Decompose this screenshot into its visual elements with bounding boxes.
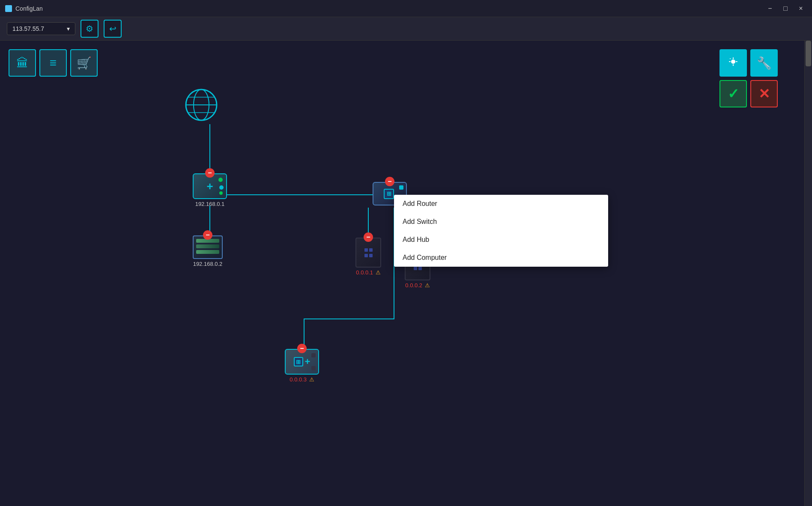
computer-node-1[interactable]: − 0.0.0.1 ⚠ [355, 238, 381, 276]
comp2-label: 0.0.0.2 ⚠ [405, 282, 430, 289]
router-node-1[interactable]: − + 192.168.0.1 [193, 173, 227, 207]
close-button[interactable]: × [795, 3, 807, 15]
add-router-menuitem[interactable]: Add Router [394, 195, 608, 213]
context-menu: Add Router Add Switch Add Hub Add Comput… [394, 195, 608, 267]
add-switch-menuitem[interactable]: Add Switch [394, 213, 608, 231]
app-title: ConfigLan [15, 5, 43, 12]
scrollbar-thumb[interactable] [806, 41, 811, 66]
remove-switch1-button[interactable]: − [203, 230, 212, 240]
title-bar: ConfigLan − □ × [0, 0, 812, 17]
router3-label: 0.0.0.3 ⚠ [290, 376, 314, 383]
internet-node[interactable] [184, 88, 218, 122]
scrollbar[interactable] [804, 41, 812, 506]
app-icon [5, 5, 12, 12]
comp1-label: 0.0.0.1 ⚠ [356, 269, 380, 276]
gear-button[interactable]: ⚙ [81, 20, 99, 38]
switch1-label: 192.168.0.2 [193, 261, 223, 267]
network-canvas: − + 192.168.0.1 − 192.168.0.2 − ⊞ [0, 41, 804, 506]
undo-button[interactable]: ↩ [104, 20, 122, 38]
remove-router2-button[interactable]: − [385, 177, 394, 186]
window-controls: − □ × [764, 3, 807, 15]
add-hub-menuitem[interactable]: Add Hub [394, 231, 608, 249]
ip-dropdown[interactable]: 113.57.55.7 ▾ [7, 22, 75, 35]
main-canvas: 🏛 ≡ 🛒 [0, 41, 812, 506]
maximize-button[interactable]: □ [779, 3, 791, 15]
toolbar: 113.57.55.7 ▾ ⚙ ↩ [0, 17, 812, 41]
add-computer-menuitem[interactable]: Add Computer [394, 249, 608, 267]
gear-icon: ⚙ [86, 24, 93, 34]
router1-label: 192.168.0.1 [195, 201, 225, 207]
remove-router3-button[interactable]: − [297, 344, 307, 353]
globe-icon [184, 88, 218, 122]
remove-comp1-button[interactable]: − [364, 232, 373, 242]
ip-value: 113.57.55.7 [12, 25, 44, 32]
minimize-button[interactable]: − [764, 3, 776, 15]
dropdown-arrow: ▾ [67, 25, 70, 32]
switch-node-1[interactable]: − 192.168.0.2 [193, 235, 223, 267]
remove-router1-button[interactable]: − [205, 168, 215, 178]
network-connections [0, 41, 804, 506]
router-node-3[interactable]: − ⊞ + 0.0.0.3 ⚠ [285, 349, 319, 383]
undo-icon: ↩ [109, 24, 116, 34]
